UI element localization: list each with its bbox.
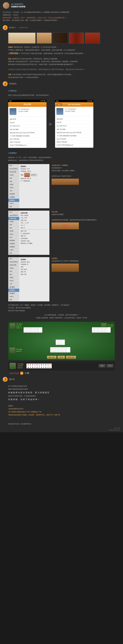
ps-side-item[interactable]: 颜色叠加	[8, 192, 19, 196]
ps-side-item[interactable]: 纹理	[8, 223, 19, 226]
ps-side-item[interactable]: 投影	[8, 298, 19, 301]
card-stack-right	[94, 327, 111, 333]
ps-side-item[interactable]: 内发光	[8, 279, 19, 282]
grad-angle[interactable]: 角度: 90	[21, 271, 48, 273]
btn-play[interactable]: Đánh Bài	[66, 356, 76, 359]
bar-btn-2[interactable]: 排序	[107, 364, 114, 368]
ps-sidebar-1: 样式混合选项:默认斜面和浮雕等高线纹理描边内阴影内发光光泽颜色叠加渐变叠加图案叠…	[8, 164, 19, 208]
ps-side-item[interactable]: 渐变叠加	[8, 242, 19, 245]
shade-hi[interactable]: 高光模式: 滤色	[21, 240, 48, 242]
ps-side-item[interactable]: 等高线	[8, 267, 19, 270]
ps-side-item[interactable]: 样式	[8, 211, 19, 214]
ps-side-item[interactable]: 颜色叠加	[8, 239, 19, 242]
ps-side-item[interactable]: 投影	[8, 252, 19, 255]
checkbox[interactable]	[21, 233, 22, 234]
grad-scale[interactable]: 缩放: 100	[21, 274, 48, 275]
ps-side-item[interactable]: 光泽	[8, 236, 19, 239]
opacity-val[interactable]: 100	[27, 170, 29, 172]
snap-btn[interactable]: 贴紧原点	[30, 174, 37, 176]
c1: 1高光和厚度有误少吗？	[8, 407, 115, 410]
ps-side-item[interactable]: 内阴影	[8, 230, 19, 233]
pattern-label: 图案:	[21, 174, 24, 176]
checkbox[interactable]	[21, 180, 22, 182]
multiplier: × 20	[25, 372, 29, 374]
game-bottom-bar: Tản nặng 1800000 beginner K♠8♥3♠6♥6♠Q♥9♠…	[8, 362, 115, 370]
ps-side-item[interactable]: 等高线	[8, 220, 19, 223]
ps-side-item[interactable]: 混合选项:默认	[8, 167, 19, 170]
ps-side-item[interactable]: 渐变叠加	[8, 289, 19, 292]
ps-side-item[interactable]: 图案叠加	[8, 199, 19, 202]
desc3-title: 渐变叠加	[52, 257, 115, 260]
btn-skip[interactable]: Bỏ Lượt	[47, 356, 56, 359]
shade-gloss[interactable]: 光泽等高线:	[21, 238, 48, 240]
ps-side-item[interactable]: 光泽	[8, 189, 19, 192]
wood-result-3	[52, 264, 79, 272]
ps-side-item[interactable]: 等高线	[8, 174, 19, 177]
time: 4:20 PM	[40, 100, 45, 102]
grad-style[interactable]: 样式: 线性	[21, 268, 48, 270]
shade-alt[interactable]: 高度: 30	[21, 235, 48, 237]
ps-side-item[interactable]: 外发光	[8, 202, 19, 205]
show-ring-text: Show Ring	[9, 372, 19, 374]
bevel-dir[interactable]: 方向: ○上 ●下	[21, 222, 48, 224]
bevel-size[interactable]: 大小: 2	[21, 224, 48, 226]
shade-shadow[interactable]: 阴影模式: 正片叠底	[21, 242, 48, 244]
ps-side-item[interactable]: 描边	[8, 226, 19, 230]
bar-btn-1[interactable]: 新换	[99, 364, 106, 368]
ps-side-item[interactable]: 斜面和浮雕	[8, 217, 19, 220]
ps-side-item[interactable]: 内发光	[8, 186, 19, 189]
ps-side-item[interactable]: 样式	[8, 164, 19, 167]
ps-side-item[interactable]: 投影	[8, 205, 19, 208]
phone-item: Email 277081290@qq.com	[10, 144, 45, 147]
ps-side-item[interactable]: 描边	[8, 273, 19, 276]
ps-side-item[interactable]: 光泽	[8, 282, 19, 286]
ps-side-item[interactable]: 图案叠加	[8, 292, 19, 295]
ps-side-item[interactable]: 样式	[8, 257, 19, 260]
scale-val[interactable]: 100	[27, 178, 29, 179]
ps-side-item[interactable]: 混合选项:默认	[8, 214, 19, 217]
phone-item: 个人说明 美丽清新都 来自地相关	[57, 134, 92, 138]
ps-side-item[interactable]: 外发光	[8, 248, 19, 252]
ps-side-item[interactable]: 颜色叠加	[8, 286, 19, 289]
phone-item: 地区 四川成都	[10, 128, 45, 131]
shade-angle[interactable]: 角度: 120	[21, 230, 48, 232]
sub-title-1: 1) 界面架设	[0, 88, 123, 93]
ps-side-item[interactable]: 斜面和浮雕	[8, 170, 19, 174]
blend-mode[interactable]: 混合模式: 正常	[21, 168, 30, 170]
pattern-swatch[interactable]	[24, 173, 30, 177]
back-button[interactable]: Back	[56, 103, 62, 106]
ref-after: 手有尽有对木？搜索 变原木地板，搜索结果就是一堆木纹照片哦，你可以比较照片随意感…	[21, 52, 86, 54]
ps-side-item[interactable]: 纹理	[8, 270, 19, 273]
grad-opacity[interactable]: 不透明度: 37	[21, 264, 48, 266]
player-avatar	[9, 348, 15, 353]
ps-side-item[interactable]: 内发光	[8, 233, 19, 236]
time: 4:20 PM	[87, 100, 92, 102]
ps-side-item[interactable]: 描边	[8, 180, 19, 183]
desc-3: 渐变叠加 这里是希望让这个木条有个厚度观起修高	[52, 257, 115, 272]
ps-side-item[interactable]: 混合选项:默认	[8, 260, 19, 264]
ps-side-item[interactable]: 内阴影	[8, 276, 19, 279]
panel-row-2: 样式混合选项:默认斜面和浮雕等高线纹理描边内阴影内发光光泽颜色叠加渐变叠加图案叠…	[0, 210, 123, 256]
ps-side-item[interactable]: 纹理	[8, 177, 19, 180]
bar-card[interactable]: A♠	[48, 364, 52, 368]
ps-side-item[interactable]: 内阴影	[8, 183, 19, 186]
bevel-soft[interactable]: 软化: 0	[21, 227, 48, 229]
bevel-style[interactable]: 样式: 内斜面	[21, 214, 48, 216]
bevel-depth[interactable]: 深度: 100	[21, 220, 48, 222]
ps-side-item[interactable]: 图案叠加	[8, 245, 19, 248]
ps-side-item[interactable]: 斜面和浮雕	[8, 264, 19, 267]
carrier: Bell	[56, 100, 58, 102]
ps-side-item[interactable]: 外发光	[8, 295, 19, 298]
grad-grad[interactable]: 渐变:	[21, 266, 48, 268]
btn-hint[interactable]: Gợi ý	[57, 356, 65, 359]
phone-list-1: 昵称 MOE性别 男生日 1987-02-21地区 四川成都Blog http:…	[8, 116, 46, 148]
card	[67, 347, 70, 352]
phone-item: MSN 277081290	[10, 141, 45, 144]
desc-2: 斜面浮雕 这里是高光和履度 这里看明显些有种质感哦，做该的程度是你的斜面与浮雕数…	[52, 210, 115, 229]
class-title: 分类:	[8, 74, 12, 75]
class-body: 木纹也样很多中木种不同就有不同就自有意思 类型，按照不同的颜色需照度比下来有变的…	[8, 74, 74, 78]
note-block: 注意有些产品页面可以算到非常用质的资源，原图有蓝像源作以下参看讨帮不能倒金，都参…	[0, 67, 123, 72]
bevel-method[interactable]: 方法: 平滑	[21, 217, 48, 219]
grad-blend[interactable]: 混合模式: 柔光	[21, 261, 48, 263]
ps-side-item[interactable]: 渐变叠加	[8, 196, 19, 199]
